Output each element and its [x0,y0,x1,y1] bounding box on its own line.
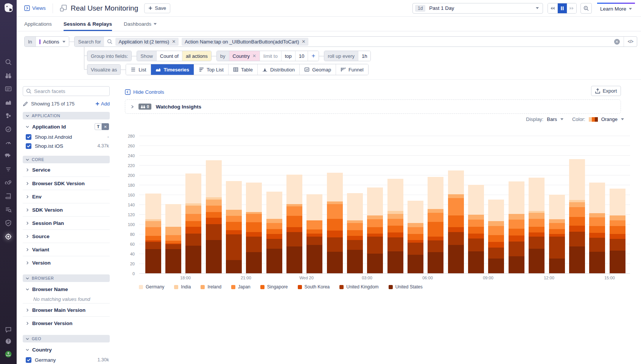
card-icon[interactable] [5,85,12,92]
legend-item-united-states[interactable]: United States [389,284,423,290]
facet-application-id[interactable]: Application IdT✕ [23,121,110,132]
checkbox-checked[interactable] [26,134,31,140]
facet-browser-sdk-version[interactable]: Browser SDK Version [23,177,110,190]
checkbox-checked[interactable] [26,143,31,149]
scope-selector[interactable]: In Actions [24,36,69,47]
facet-section-header-geo[interactable]: GEO [23,335,110,342]
views-button[interactable]: Views [24,5,46,11]
visualize-option-list[interactable]: List [126,64,151,75]
list-search-icon[interactable] [5,206,12,213]
legend-item-singapore[interactable]: Singapore [260,284,288,290]
close-icon[interactable]: ✕ [302,39,305,44]
visualize-option-top-list[interactable]: Top List [194,64,228,75]
measure-selector[interactable]: all actions [182,51,211,61]
rewind-button[interactable] [548,3,557,13]
legend-item-united-kingdom[interactable]: United Kingdom [339,284,378,290]
facet-country[interactable]: Country [23,344,110,355]
chat-icon[interactable] [5,326,12,333]
upload-green-icon[interactable] [5,351,12,358]
export-button[interactable]: Export [591,86,621,96]
search-bar[interactable]: Search for Application Id:(2 terms)✕ Act… [74,36,637,47]
facet-version[interactable]: Version [23,256,110,269]
watchdog-insights-panel[interactable]: 0 Watchdog Insights [125,99,621,114]
facet-source[interactable]: Source [23,229,110,243]
facet-value-germany[interactable]: Germany1.30k [23,355,110,364]
facet-value-shop-ist-ios[interactable]: Shop.ist iOS4.37k [23,141,110,150]
bar-segment [549,229,565,234]
pencil-icon[interactable] [23,101,28,107]
facet-type-badge[interactable]: T [95,123,102,130]
facet-variant[interactable]: Variant [23,243,110,256]
facet-search-input[interactable]: Search facets [23,86,110,96]
legend-item-ireland[interactable]: Ireland [201,284,221,290]
gauge-icon[interactable] [5,139,12,146]
top-selector[interactable]: top [281,51,295,61]
facet-sdk-version[interactable]: SDK Version [23,203,110,216]
legend-item-japan[interactable]: Japan [231,284,250,290]
clear-search-icon[interactable]: ✕ [614,39,620,45]
visualize-option-timeseries[interactable]: Timeseries [151,64,194,75]
globe-active-icon[interactable] [5,233,12,240]
visualize-option-table[interactable]: Table [228,64,257,75]
learn-more-button[interactable]: Learn More [597,3,635,14]
facet-browser-name[interactable]: Browser Name [23,283,110,295]
facet-browser-version[interactable]: Browser Version [23,316,110,330]
display-value[interactable]: Bars [547,116,557,122]
puzzle-icon[interactable] [5,153,12,160]
scope-value[interactable]: Actions [36,37,69,46]
facet-env[interactable]: Env [23,190,110,203]
hide-controls-link[interactable]: Hide Controls [125,89,164,95]
tab-dashboards[interactable]: Dashboards [124,17,157,31]
shield-icon[interactable] [5,220,12,226]
color-value[interactable]: Orange [601,116,618,122]
facet-service[interactable]: Service [23,163,110,177]
facet-session-plan[interactable]: Session Plan [23,216,110,229]
bubbles-icon[interactable] [5,112,12,119]
facet-section-header-browser[interactable]: BROWSER [23,274,110,282]
check-circle-icon[interactable] [5,126,12,133]
count-of-selector[interactable]: Count of [156,51,182,61]
add-facet-button[interactable]: Add [95,101,110,107]
remove-facet-button[interactable]: ✕ [102,123,109,130]
datadog-logo[interactable] [3,3,14,13]
search-icon[interactable] [5,59,12,65]
legend-item-india[interactable]: India [174,284,191,290]
pause-button[interactable] [557,3,567,13]
close-icon[interactable]: ✕ [172,39,176,44]
chevron-down-icon[interactable] [621,118,624,120]
by-value-chip[interactable]: Country ✕ [229,51,260,61]
time-range-picker[interactable]: 1d Past 1 Day [412,3,543,14]
rollup-value[interactable]: 1h [358,51,370,61]
search-input[interactable]: Application Id:(2 terms)✕ Action Name:ta… [104,37,610,46]
top-value[interactable]: 10 [295,51,308,61]
checkbox-checked[interactable] [26,357,31,363]
bar-segment [569,202,585,207]
gridline [139,195,630,195]
legend-item-germany[interactable]: Germany [139,284,164,290]
visualize-option-distribution[interactable]: Distribution [257,64,299,75]
area-chart-icon[interactable] [5,99,12,106]
legend-item-south-korea[interactable]: South Korea [298,284,330,290]
chevron-down-icon[interactable] [560,118,563,120]
zoom-out-button[interactable] [580,3,592,14]
filter-chip[interactable]: Action Name:tap on _UIButtonBarButton(ad… [182,38,308,46]
facet-value-shop-ist-android[interactable]: Shop.ist Android- [23,132,110,141]
visualize-option-geomap[interactable]: Geomap [299,64,336,75]
filter-icon[interactable] [5,166,12,173]
binoculars-icon[interactable] [5,72,12,79]
filter-chip[interactable]: Application Id:(2 terms)✕ [115,38,179,46]
facet-browser-main-version[interactable]: Browser Main Version [23,303,110,316]
help-icon[interactable]: ? [5,338,12,345]
book-icon[interactable] [5,193,12,200]
tab-sessions-replays[interactable]: Sessions & Replays [64,17,112,31]
add-group-by-button[interactable]: + [308,51,319,61]
facet-section-header-application[interactable]: APPLICATION [23,112,110,119]
facet-section-header-core[interactable]: CORE [23,156,110,163]
close-icon[interactable]: ✕ [252,53,256,59]
save-button[interactable]: Save [144,3,170,13]
code-toggle-button[interactable]: </> [624,37,637,46]
tab-applications[interactable]: Applications [24,17,52,31]
visualize-option-funnel[interactable]: Funnel [336,64,368,75]
link-icon[interactable] [5,180,12,186]
forward-button[interactable] [567,3,576,13]
